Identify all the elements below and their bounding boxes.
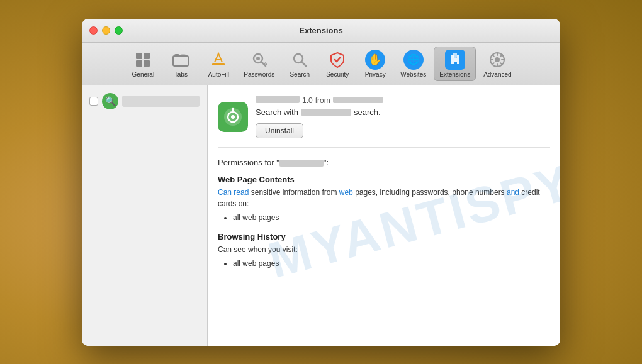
perm-group-web-page: Web Page Contents Can read sensitive inf… <box>218 175 550 222</box>
svg-rect-4 <box>173 56 188 66</box>
svg-line-23 <box>501 63 503 65</box>
web-page-link-can: Can read <box>218 188 249 197</box>
toolbar-item-tabs[interactable]: Tabs <box>163 47 198 80</box>
extension-source-bar <box>333 97 383 103</box>
search-suffix: search. <box>354 108 381 117</box>
browsing-history-title: Browsing History <box>218 232 550 241</box>
privacy-label: Privacy <box>365 71 386 78</box>
minimize-button[interactable] <box>102 26 110 35</box>
title-bar: Extensions <box>82 19 560 43</box>
toolbar-item-websites[interactable]: 🌐 Websites <box>395 47 431 80</box>
general-icon <box>133 50 153 70</box>
search-label: Search <box>290 71 310 78</box>
autofill-label: AutoFill <box>208 71 229 78</box>
svg-line-22 <box>492 54 494 56</box>
toolbar: General Tabs AutoFill <box>82 43 560 85</box>
maximize-button[interactable] <box>115 26 123 35</box>
web-page-contents-desc: Can read sensitive information from web … <box>218 187 550 209</box>
toolbar-item-extensions[interactable]: Extensions <box>434 47 476 81</box>
advanced-icon <box>487 50 507 70</box>
browsing-history-list-item: all web pages <box>233 259 550 268</box>
toolbar-item-autofill[interactable]: AutoFill <box>201 47 236 80</box>
permissions-title: Permissions for "": <box>218 158 550 167</box>
extensions-label: Extensions <box>439 71 470 78</box>
security-icon <box>327 50 347 70</box>
extension-header: 1.0 from Search with search. Uninstall <box>218 96 550 148</box>
toolbar-item-advanced[interactable]: Advanced <box>478 47 516 80</box>
svg-line-11 <box>264 63 266 64</box>
svg-line-12 <box>265 64 267 65</box>
general-label: General <box>132 71 155 78</box>
search-icon <box>290 50 310 70</box>
extension-version: 1.0 <box>302 96 313 105</box>
web-page-link-and: and <box>507 188 519 197</box>
search-magnifier-icon: 🔍 <box>105 96 116 106</box>
toolbar-item-search[interactable]: Search <box>282 47 317 80</box>
extension-name-bar <box>256 96 300 103</box>
browsing-history-list: all web pages <box>218 259 550 268</box>
svg-rect-15 <box>453 53 457 58</box>
websites-icon: 🌐 <box>403 50 424 70</box>
svg-point-28 <box>231 115 235 119</box>
toolbar-item-general[interactable]: General <box>125 47 160 80</box>
svg-point-17 <box>495 57 500 62</box>
close-button[interactable] <box>89 26 98 35</box>
toolbar-item-privacy[interactable]: ✋ Privacy <box>358 47 393 80</box>
sidebar-header: 🔍 <box>87 91 202 112</box>
passwords-icon <box>249 50 269 70</box>
svg-rect-2 <box>136 60 142 67</box>
web-page-contents-title: Web Page Contents <box>218 175 550 184</box>
passwords-label: Passwords <box>244 71 274 78</box>
extension-name-row: 1.0 from <box>256 96 550 105</box>
tabs-icon <box>171 50 191 70</box>
svg-rect-5 <box>174 54 179 57</box>
window-title: Extensions <box>299 26 342 35</box>
extension-list-icon: 🔍 <box>102 93 118 109</box>
svg-point-9 <box>256 57 260 60</box>
browsing-history-desc: Can see when you visit: <box>218 244 550 255</box>
sidebar: 🔍 <box>82 85 208 346</box>
permissions-section: Permissions for "": Web Page Contents Ca… <box>218 158 550 268</box>
privacy-icon: ✋ <box>365 50 385 70</box>
web-page-link-web: web <box>339 188 353 197</box>
perm-group-browsing: Browsing History Can see when you visit:… <box>218 232 550 268</box>
svg-rect-0 <box>136 53 142 59</box>
svg-rect-1 <box>144 53 150 59</box>
extension-name-inline-bar <box>301 109 351 116</box>
search-with-label: Search with <box>256 108 298 117</box>
svg-rect-7 <box>212 63 225 65</box>
uninstall-button[interactable]: Uninstall <box>256 123 303 138</box>
extension-checkbox[interactable] <box>89 97 98 106</box>
extension-name-bar <box>122 96 200 107</box>
extension-info: 1.0 from Search with search. Uninstall <box>256 96 550 138</box>
svg-line-25 <box>492 63 494 65</box>
permissions-suffix: ": <box>324 158 329 167</box>
traffic-lights <box>89 26 123 35</box>
main-content: 🔍 1.0 <box>82 85 560 346</box>
advanced-label: Advanced <box>483 71 511 78</box>
svg-rect-6 <box>181 54 186 57</box>
autofill-icon <box>208 50 228 70</box>
extensions-icon <box>445 50 465 70</box>
web-page-desc-text: sensitive information from <box>251 188 339 197</box>
permissions-prefix: Permissions for " <box>218 158 279 167</box>
web-page-list-item: all web pages <box>233 213 550 222</box>
web-page-list: all web pages <box>218 213 550 222</box>
web-page-desc-text2: pages, including passwords, phone number… <box>355 188 507 197</box>
extension-icon <box>218 102 248 132</box>
tabs-label: Tabs <box>174 71 188 78</box>
detail-panel: 1.0 from Search with search. Uninstall P… <box>208 85 560 346</box>
extension-from: from <box>315 96 330 105</box>
security-label: Security <box>326 71 349 78</box>
svg-line-14 <box>302 62 307 66</box>
toolbar-item-passwords[interactable]: Passwords <box>239 47 279 80</box>
svg-line-24 <box>501 54 503 56</box>
svg-rect-3 <box>144 60 150 67</box>
toolbar-item-security[interactable]: Security <box>320 47 355 80</box>
websites-label: Websites <box>400 71 426 78</box>
extension-desc-row: Search with search. <box>256 108 550 117</box>
permissions-name-bar <box>279 160 324 167</box>
